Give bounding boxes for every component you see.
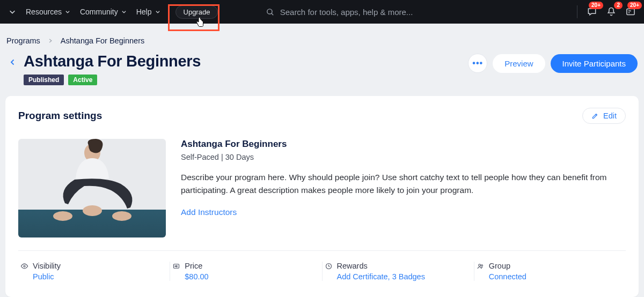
more-button[interactable]: •••	[468, 54, 487, 73]
stat-group: Group Connected	[474, 262, 626, 281]
stat-value-group[interactable]: Connected	[489, 272, 626, 281]
chevron-down-icon	[155, 8, 160, 16]
invite-button[interactable]: Invite Participants	[551, 54, 638, 73]
card-title: Program settings	[18, 110, 102, 122]
nav-menu: Resources Community Help Upgrade	[26, 5, 218, 19]
stat-label: Rewards	[337, 262, 368, 270]
title-row: Ashtanga For Beginners Published Active …	[0, 53, 644, 96]
bell-badge: 2	[614, 2, 623, 9]
search-wrap: Search for tools, apps, help & more...	[218, 8, 570, 17]
chevron-right-icon	[48, 38, 53, 43]
search-input[interactable]: Search for tools, apps, help & more...	[266, 8, 523, 17]
status-pills: Published Active	[24, 75, 468, 85]
nav-help[interactable]: Help	[136, 8, 160, 16]
rewards-icon	[325, 262, 333, 270]
stat-rewards: Rewards Add Certificate, 3 Badges	[323, 262, 474, 281]
chat-button[interactable]: 20+	[584, 4, 600, 20]
stat-label: Group	[489, 262, 510, 270]
stat-visibility: Visibility Public	[18, 262, 170, 281]
yoga-figure-icon	[36, 139, 149, 229]
divider	[18, 250, 626, 251]
stat-value-visibility[interactable]: Public	[33, 272, 170, 281]
account-button[interactable]: 20+	[623, 4, 639, 20]
upgrade-button[interactable]: Upgrade	[175, 5, 218, 19]
nav-label: Help	[136, 8, 152, 16]
program-info: Ashtanga For Beginners Self-Paced | 30 D…	[181, 139, 626, 237]
chevron-left-icon	[10, 59, 16, 65]
card-badge: 20+	[627, 2, 642, 9]
chevron-down-icon	[121, 8, 127, 16]
program-meta: Self-Paced | 30 Days	[181, 153, 626, 161]
program-name: Ashtanga For Beginners	[181, 139, 626, 150]
dots-icon: •••	[472, 58, 483, 68]
search-icon	[266, 8, 275, 17]
svg-rect-2	[627, 9, 634, 15]
svg-point-7	[112, 211, 131, 221]
stats-row: Visibility Public Price $80.00 Rewards A…	[18, 262, 626, 281]
svg-point-9	[24, 265, 25, 266]
svg-line-1	[271, 13, 273, 14]
nav-resources[interactable]: Resources	[26, 8, 70, 16]
status-published: Published	[24, 75, 64, 85]
breadcrumb-current: Ashtanga For Beginners	[61, 36, 144, 45]
breadcrumb-root[interactable]: Programs	[6, 36, 40, 45]
notifications-button[interactable]: 2	[603, 4, 619, 20]
preview-button[interactable]: Preview	[493, 54, 545, 73]
search-placeholder: Search for tools, apps, help & more...	[280, 8, 413, 17]
chevron-down-icon	[9, 8, 16, 16]
pencil-icon	[591, 112, 599, 120]
svg-point-8	[83, 205, 102, 216]
stat-value-price[interactable]: $80.00	[185, 272, 321, 281]
program-thumbnail	[18, 139, 166, 237]
program-row: Ashtanga For Beginners Self-Paced | 30 D…	[18, 139, 626, 237]
nav-label: Community	[80, 8, 118, 16]
stat-value-rewards[interactable]: Add Certificate, 3 Badges	[337, 272, 474, 281]
svg-point-13	[479, 264, 481, 266]
chevron-down-icon	[65, 8, 70, 16]
add-instructors-link[interactable]: Add Instructors	[181, 207, 237, 217]
upgrade-wrapper: Upgrade	[175, 5, 218, 19]
price-tag-icon	[172, 262, 180, 270]
nav-label: Resources	[26, 8, 62, 16]
svg-point-11	[175, 265, 176, 266]
svg-point-6	[53, 211, 72, 221]
stat-price: Price $80.00	[170, 262, 322, 281]
svg-point-0	[267, 9, 272, 13]
title-stack: Ashtanga For Beginners Published Active	[24, 53, 468, 85]
stat-label: Price	[185, 262, 202, 270]
separator	[577, 5, 577, 18]
title-actions: ••• Preview Invite Participants	[468, 54, 638, 73]
breadcrumb: Programs Ashtanga For Beginners	[0, 24, 644, 53]
edit-button[interactable]: Edit	[582, 108, 626, 124]
program-description: Describe your program here. Why should p…	[181, 171, 621, 197]
svg-point-14	[481, 264, 482, 266]
app-menu-toggle[interactable]	[5, 5, 19, 19]
stat-label: Visibility	[33, 262, 61, 270]
chat-badge: 20+	[589, 2, 603, 9]
edit-label: Edit	[603, 112, 617, 120]
nav-community[interactable]: Community	[80, 8, 127, 16]
card-header: Program settings Edit	[18, 108, 626, 124]
back-button[interactable]	[6, 56, 19, 69]
group-icon	[477, 262, 485, 270]
eye-icon	[20, 262, 28, 270]
program-settings-card: Program settings Edit Ashtanga For Begin…	[5, 96, 639, 297]
status-active: Active	[68, 75, 97, 85]
topbar: Resources Community Help Upgrade Search …	[0, 0, 644, 24]
page-title: Ashtanga For Beginners	[24, 53, 468, 70]
